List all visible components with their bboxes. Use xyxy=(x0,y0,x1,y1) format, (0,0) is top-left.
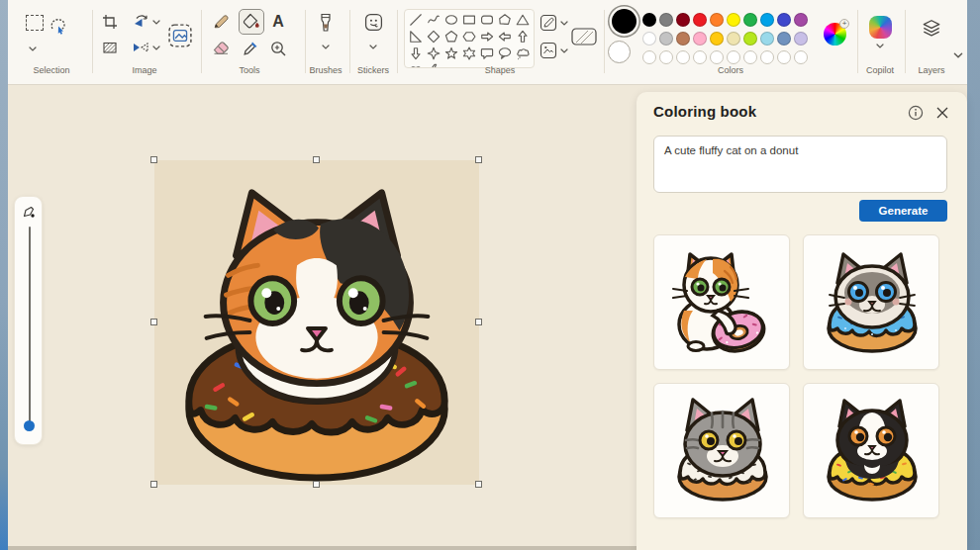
fill-tool-selected[interactable] xyxy=(239,9,264,35)
palette-swatch[interactable] xyxy=(777,13,791,27)
palette-swatch[interactable] xyxy=(642,13,656,27)
layers-icon[interactable] xyxy=(921,18,942,40)
selection-handle-n[interactable] xyxy=(313,156,320,163)
palette-swatch[interactable] xyxy=(760,32,774,46)
selection-handle-ne[interactable] xyxy=(475,156,482,163)
palette-swatch[interactable] xyxy=(794,13,808,27)
image-creator-icon[interactable] xyxy=(168,24,192,47)
shape-cloud-callout-icon[interactable] xyxy=(514,45,532,61)
palette-swatch[interactable] xyxy=(760,13,774,27)
shape-outline-icon[interactable] xyxy=(539,14,557,32)
palette-swatch-empty[interactable] xyxy=(777,50,791,64)
prompt-input[interactable]: A cute fluffy cat on a donut xyxy=(653,136,947,193)
copilot-dropdown-chevron-icon[interactable] xyxy=(876,44,884,48)
palette-swatch[interactable] xyxy=(727,32,740,46)
rotate-dropdown-chevron-icon[interactable] xyxy=(152,20,160,25)
result-thumbnail-3[interactable] xyxy=(653,383,790,518)
palette-swatch[interactable] xyxy=(676,32,690,46)
result-thumbnail-4[interactable] xyxy=(803,383,939,518)
palette-swatch[interactable] xyxy=(743,32,757,46)
palette-swatch[interactable] xyxy=(777,32,791,46)
size-slider-thumb[interactable] xyxy=(24,420,35,431)
shape-heart-icon[interactable] xyxy=(407,61,425,68)
selection-handle-w[interactable] xyxy=(150,319,157,325)
palette-swatch-empty[interactable] xyxy=(760,50,774,64)
shape-polygon-icon[interactable] xyxy=(496,11,514,28)
rectangle-select-icon[interactable] xyxy=(26,15,44,31)
palette-swatch[interactable] xyxy=(710,32,724,46)
shape-left-arrow-icon[interactable] xyxy=(496,28,514,45)
stickers-dropdown-chevron-icon[interactable] xyxy=(369,45,377,49)
shape-rectangle-icon[interactable] xyxy=(460,11,478,28)
info-icon[interactable] xyxy=(908,105,924,121)
ribbon-collapse-chevron-icon[interactable] xyxy=(953,52,963,58)
brushes-dropdown-chevron-icon[interactable] xyxy=(322,45,330,49)
flip-dropdown-chevron-icon[interactable] xyxy=(152,46,160,50)
palette-swatch[interactable] xyxy=(659,32,673,46)
palette-swatch[interactable] xyxy=(693,32,707,46)
shape-down-arrow-icon[interactable] xyxy=(407,45,425,61)
shape-right-arrow-icon[interactable] xyxy=(478,28,496,45)
eraser-icon[interactable] xyxy=(212,40,230,55)
crop-icon[interactable] xyxy=(102,14,118,30)
selection-handle-s[interactable] xyxy=(313,481,320,488)
palette-swatch-empty[interactable] xyxy=(794,50,808,64)
magnifier-icon[interactable] xyxy=(269,40,287,57)
size-slider-track[interactable] xyxy=(29,227,31,424)
shape-pentagon-icon[interactable] xyxy=(442,28,460,45)
color1-swatch[interactable] xyxy=(612,9,637,34)
shape-oval-icon[interactable] xyxy=(442,11,460,28)
selection-handle-nw[interactable] xyxy=(150,156,157,163)
palette-swatch-empty[interactable] xyxy=(710,50,724,64)
close-icon[interactable] xyxy=(935,106,949,120)
palette-swatch-empty[interactable] xyxy=(676,50,690,64)
palette-swatch-empty[interactable] xyxy=(659,50,673,64)
pencil-icon[interactable] xyxy=(213,14,229,30)
shape-fill-icon[interactable] xyxy=(539,42,557,59)
copilot-icon[interactable] xyxy=(869,16,892,39)
generate-button[interactable]: Generate xyxy=(859,200,947,222)
palette-swatch-empty[interactable] xyxy=(727,50,740,64)
shape-line-icon[interactable] xyxy=(407,11,425,28)
selection-dropdown-chevron-icon[interactable] xyxy=(29,46,37,51)
shape-oval-callout-icon[interactable] xyxy=(496,45,514,61)
palette-swatch-empty[interactable] xyxy=(642,50,656,64)
color-picker-icon[interactable] xyxy=(242,40,259,57)
shape-up-arrow-icon[interactable] xyxy=(514,28,532,45)
shape-rounded-rectangle-icon[interactable] xyxy=(478,11,496,28)
shape-four-point-star-icon[interactable] xyxy=(425,45,442,61)
result-thumbnail-1[interactable] xyxy=(653,234,790,370)
resize-icon[interactable] xyxy=(102,40,118,55)
outline-dropdown-chevron-icon[interactable] xyxy=(560,21,568,26)
brush-icon[interactable] xyxy=(319,12,333,34)
palette-swatch[interactable] xyxy=(676,13,690,27)
shape-curve-icon[interactable] xyxy=(425,11,442,28)
palette-swatch-empty[interactable] xyxy=(743,50,757,64)
shape-lightning-icon[interactable] xyxy=(425,61,442,68)
text-tool-icon[interactable]: A xyxy=(269,13,287,31)
shape-diamond-icon[interactable] xyxy=(425,28,442,45)
shape-six-point-star-icon[interactable] xyxy=(460,45,478,61)
color2-swatch[interactable] xyxy=(608,41,631,63)
selection-handle-sw[interactable] xyxy=(150,481,157,488)
result-thumbnail-2[interactable] xyxy=(803,234,939,370)
free-form-select-icon[interactable] xyxy=(49,17,67,35)
shape-right-triangle-icon[interactable] xyxy=(407,28,425,45)
shape-style-preview-icon[interactable] xyxy=(570,25,598,48)
palette-swatch[interactable] xyxy=(794,32,808,46)
selection-handle-e[interactable] xyxy=(475,319,482,325)
shape-rounded-callout-icon[interactable] xyxy=(478,45,496,61)
palette-swatch[interactable] xyxy=(743,13,757,27)
shape-triangle-icon[interactable] xyxy=(514,11,532,28)
flip-icon[interactable] xyxy=(132,40,149,55)
palette-swatch[interactable] xyxy=(727,13,740,27)
palette-swatch-empty[interactable] xyxy=(693,50,707,64)
palette-swatch[interactable] xyxy=(693,13,707,27)
sticker-icon[interactable] xyxy=(364,13,383,32)
rotate-icon[interactable] xyxy=(132,14,149,30)
shape-hexagon-icon[interactable] xyxy=(460,28,478,45)
fill-dropdown-chevron-icon[interactable] xyxy=(560,48,568,53)
palette-swatch[interactable] xyxy=(659,13,673,27)
palette-swatch[interactable] xyxy=(710,13,724,27)
shape-five-point-star-icon[interactable] xyxy=(442,45,460,61)
